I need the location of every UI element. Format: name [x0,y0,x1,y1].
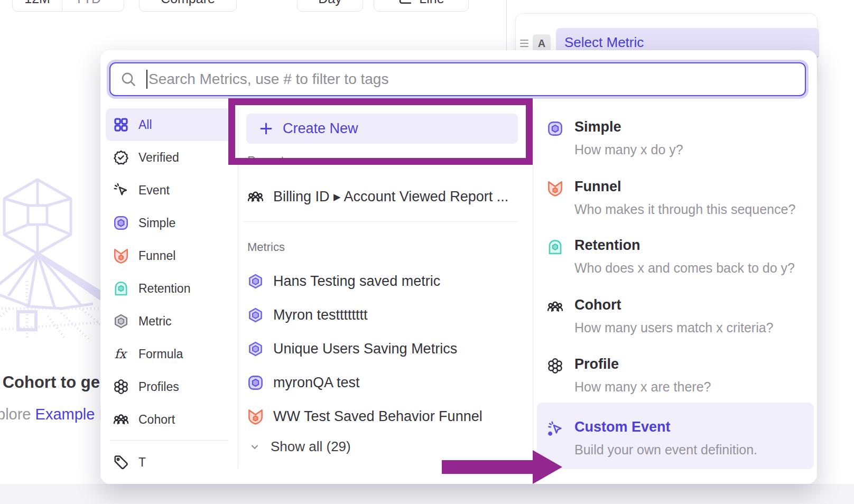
metric-list-item[interactable]: Myron testttttttt [247,303,368,326]
explore-prefix: plore [0,406,31,423]
sidebar-item-all[interactable]: All [106,108,233,141]
page-bottom-area [0,484,854,504]
search-input[interactable]: Search Metrics, use # to filter to tags [109,62,806,96]
metric-list-item[interactable]: Unique Users Saving Metrics [247,337,457,360]
funnel-icon [247,408,264,425]
recent-item[interactable]: Billing ID ▸ Account Viewed Report ... [247,185,508,208]
line-chart-icon [398,0,413,6]
plus-icon [259,122,273,136]
wireframe-graphic [0,175,104,339]
sidebar-item-profiles[interactable]: Profiles [100,370,238,403]
chart-type-button[interactable]: Line [374,0,469,12]
chevron-down-icon [104,0,112,2]
formula-icon [113,346,129,362]
tag-icon [113,454,129,470]
metric-hex-icon [247,273,264,290]
example-reports-link[interactable]: Example R [35,406,110,423]
search-icon [120,71,137,88]
metrics-section-label: Metrics [247,240,285,254]
funnel-icon [547,180,563,197]
chevron-down-icon [249,442,260,452]
cohort-icon [247,189,264,205]
sidebar-item-metric[interactable]: Metric [100,305,238,338]
profiles-icon [113,379,129,395]
range-12m-button[interactable]: 12M [13,0,62,11]
type-option-simple[interactable]: Simple How many x do y? [547,119,683,157]
text-caret [146,70,147,89]
type-option-profile[interactable]: Profile How many x are there? [547,356,711,395]
simple-icon [247,375,264,391]
sidebar-item-formula[interactable]: Formula [100,338,238,370]
metric-hex-icon [247,341,264,357]
sidebar-item-cohort[interactable]: Cohort [100,403,238,436]
granularity-button[interactable]: Day [297,0,363,12]
recents-section-label: Recents [247,154,290,167]
date-range-control: 12M YTD [12,0,124,12]
search-placeholder: Search Metrics, use # to filter to tags [148,71,388,88]
metric-hex-icon [247,307,264,323]
sidebar-item-tags-partial[interactable]: T [100,446,238,479]
retention-icon [547,239,563,255]
search-focus-ring: Search Metrics, use # to filter to tags [107,60,809,99]
grid-icon [113,117,129,133]
app-screenshot: 12M YTD Compare Day Line A Select Metric [0,0,854,504]
event-icon [113,182,129,198]
drag-handle-icon[interactable] [520,38,528,49]
profiles-icon [547,358,563,374]
sidebar-item-retention[interactable]: Retention [100,272,238,305]
show-all-button[interactable]: Show all (29) [249,438,351,455]
simple-icon [113,215,129,231]
sidebar-item-simple[interactable]: Simple [100,207,238,239]
sidebar-item-verified[interactable]: Verified [100,141,238,174]
background-explore-line: plore Example R [0,406,110,423]
type-option-funnel[interactable]: Funnel Who makes it through this sequenc… [547,179,795,217]
metric-list-item[interactable]: Hans Testing saved metric [247,269,440,293]
create-new-button[interactable]: Create New [246,114,518,144]
metric-icon [113,313,129,329]
cohort-icon [113,412,129,427]
types-divider [533,108,533,469]
cohort-icon [547,298,563,315]
sidebar-divider [238,108,238,469]
retention-icon [113,281,129,296]
recents-metrics-divider [243,221,518,222]
simple-icon [547,120,563,137]
series-badge: A [533,34,551,52]
type-option-cohort[interactable]: Cohort How many users match x criteria? [547,297,774,335]
background-heading: r Cohort to ge [0,373,100,392]
metric-list-item[interactable]: myronQA test [247,371,360,394]
type-option-custom-event[interactable]: Custom Event Build your own event defini… [537,403,814,469]
sidebar-section-divider [110,440,228,441]
funnel-icon [113,248,129,264]
sidebar-item-event[interactable]: Event [100,174,238,207]
verified-icon [113,150,129,165]
metric-list-item[interactable]: WW Test Saved Behavior Funnel [247,405,482,428]
range-ytd-button[interactable]: YTD [62,0,124,11]
compare-button[interactable]: Compare [139,0,237,12]
sidebar-item-funnel[interactable]: Funnel [100,239,238,272]
metric-picker-modal: Search Metrics, use # to filter to tags … [100,50,817,484]
type-option-retention[interactable]: Retention Who does x and comes back to d… [547,237,795,276]
category-sidebar: All Verified Event Simple Funnel Retenti… [100,108,238,479]
custom-event-icon [547,421,563,437]
